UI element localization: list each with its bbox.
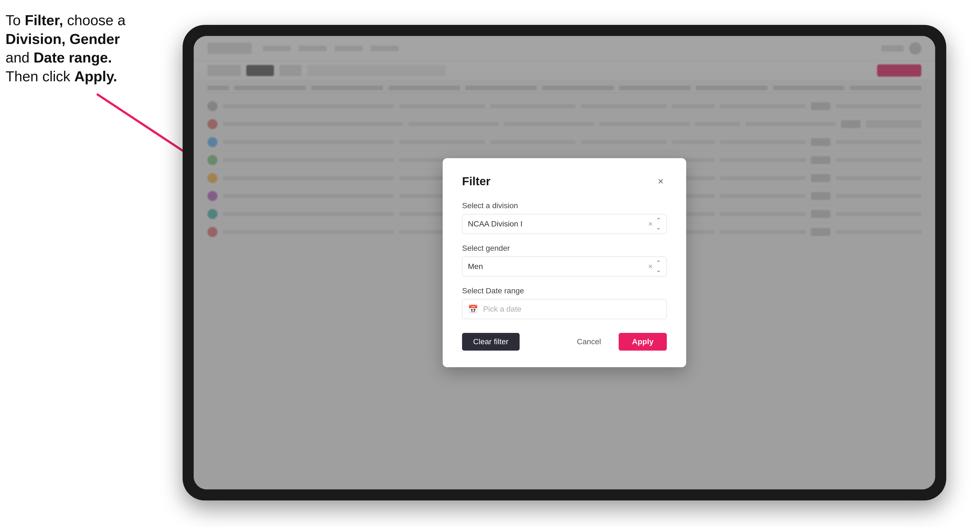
instruction-line4: Then click Apply. bbox=[6, 68, 117, 84]
modal-header: Filter × bbox=[462, 175, 667, 188]
division-select-actions: × ⌃⌄ bbox=[648, 217, 661, 231]
date-label: Select Date range bbox=[462, 286, 667, 295]
division-clear-icon[interactable]: × bbox=[648, 219, 653, 229]
date-picker[interactable]: 📅 Pick a date bbox=[462, 299, 667, 319]
modal-footer: Clear filter Cancel Apply bbox=[462, 333, 667, 351]
date-placeholder: Pick a date bbox=[483, 305, 522, 314]
instruction-line3: and Date range. bbox=[6, 49, 112, 65]
calendar-icon: 📅 bbox=[468, 305, 478, 314]
tablet-screen: Filter × Select a division NCAA Division… bbox=[194, 36, 935, 489]
modal-title: Filter bbox=[462, 175, 490, 188]
tablet-frame: Filter × Select a division NCAA Division… bbox=[183, 25, 946, 500]
division-select-value: NCAA Division I bbox=[468, 219, 648, 229]
modal-overlay: Filter × Select a division NCAA Division… bbox=[194, 36, 935, 489]
clear-filter-button[interactable]: Clear filter bbox=[462, 333, 520, 351]
gender-chevron-icon: ⌃⌄ bbox=[656, 259, 661, 274]
instruction-bold2: Division, Gender bbox=[6, 31, 120, 47]
apply-button[interactable]: Apply bbox=[619, 333, 667, 351]
cancel-button[interactable]: Cancel bbox=[566, 333, 612, 351]
modal-close-button[interactable]: × bbox=[655, 175, 667, 187]
instruction-text: To Filter, choose a Division, Gender and… bbox=[6, 11, 166, 86]
gender-select[interactable]: Men × ⌃⌄ bbox=[462, 257, 667, 276]
gender-form-group: Select gender Men × ⌃⌄ bbox=[462, 244, 667, 276]
gender-select-value: Men bbox=[468, 262, 648, 271]
instruction-line1: To Filter, choose a bbox=[6, 12, 126, 28]
date-form-group: Select Date range 📅 Pick a date bbox=[462, 286, 667, 319]
division-select[interactable]: NCAA Division I × ⌃⌄ bbox=[462, 214, 667, 234]
division-form-group: Select a division NCAA Division I × ⌃⌄ bbox=[462, 201, 667, 234]
gender-label: Select gender bbox=[462, 244, 667, 253]
division-chevron-icon: ⌃⌄ bbox=[656, 217, 661, 231]
division-label: Select a division bbox=[462, 201, 667, 210]
gender-clear-icon[interactable]: × bbox=[648, 262, 653, 271]
gender-select-actions: × ⌃⌄ bbox=[648, 259, 661, 274]
footer-right-actions: Cancel Apply bbox=[566, 333, 667, 351]
filter-modal: Filter × Select a division NCAA Division… bbox=[443, 158, 686, 367]
